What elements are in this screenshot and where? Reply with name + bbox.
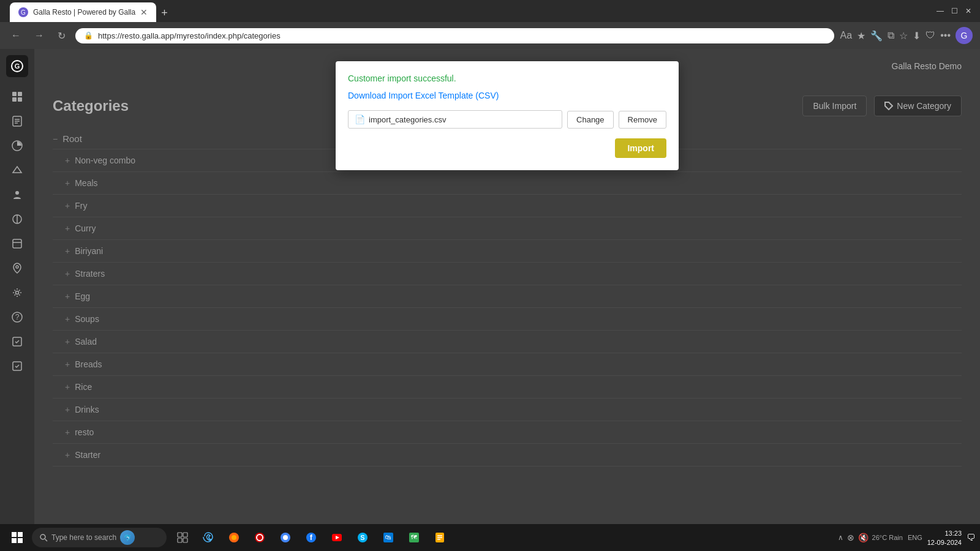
file-icon: 📄 — [355, 114, 365, 124]
svg-rect-2 — [12, 92, 17, 96]
sidebar-item-help[interactable]: ? — [6, 306, 28, 328]
downloads-icon[interactable]: ⬇ — [913, 30, 921, 42]
chrome-icon — [279, 531, 292, 544]
app-logo[interactable]: G — [6, 55, 28, 77]
taskbar-chrome[interactable] — [274, 527, 296, 549]
svg-rect-14 — [13, 239, 21, 248]
taskbar-files[interactable] — [429, 527, 451, 549]
task-view-icon — [177, 532, 188, 543]
taskbar-task-view[interactable] — [172, 527, 194, 549]
window-minimize-button[interactable]: — — [933, 6, 948, 17]
store-icon: 🛍 — [382, 531, 394, 544]
svg-rect-3 — [18, 92, 22, 96]
window-maximize-button[interactable]: ☐ — [948, 6, 962, 17]
svg-rect-5 — [18, 97, 22, 102]
svg-point-37 — [283, 535, 288, 540]
svg-text:🗺: 🗺 — [411, 534, 417, 541]
tray-expand[interactable]: ∧ — [838, 533, 843, 542]
svg-rect-29 — [183, 533, 187, 537]
sidebar-item-tasks[interactable] — [6, 331, 28, 353]
success-message: Customer import successful. — [348, 73, 666, 83]
sidebar-item-analytics[interactable] — [6, 135, 28, 157]
maps-icon: 🗺 — [408, 531, 420, 544]
profile-icon[interactable]: G — [956, 27, 973, 44]
svg-rect-28 — [178, 533, 182, 537]
svg-rect-4 — [12, 97, 17, 102]
import-button[interactable]: Import — [615, 138, 666, 158]
svg-point-26 — [40, 534, 45, 539]
sidebar-item-inventory[interactable] — [6, 233, 28, 255]
taskbar-time: 13:23 — [944, 529, 962, 538]
svg-text:G: G — [15, 62, 20, 70]
sidebar-item-menu[interactable] — [6, 208, 28, 230]
shield-icon[interactable]: 🛡 — [925, 30, 935, 41]
bookmark-icon[interactable]: ☆ — [899, 30, 908, 42]
forward-button[interactable]: → — [31, 29, 48, 42]
sidebar-item-settings[interactable] — [6, 282, 28, 304]
remove-button[interactable]: Remove — [619, 111, 666, 129]
language-indicator[interactable]: ENG — [908, 534, 922, 541]
extensions-icon[interactable]: 🔧 — [870, 30, 883, 42]
sidebar-item-customers[interactable] — [6, 184, 28, 206]
weather-temp[interactable]: 26°C Rain — [872, 534, 903, 541]
edge-icon — [202, 531, 214, 544]
modal-footer: Import — [348, 138, 666, 158]
download-template-link[interactable]: Download Import Excel Template (CSV) — [348, 91, 666, 100]
svg-rect-22 — [12, 532, 17, 537]
tray-mute[interactable]: 🔇 — [858, 533, 869, 542]
taskbar-skype[interactable]: S — [352, 527, 374, 549]
sidebar-item-reports[interactable] — [6, 355, 28, 377]
start-button[interactable] — [5, 527, 29, 549]
file-name: import_categories.csv — [369, 115, 446, 124]
taskbar-opera[interactable] — [249, 527, 271, 549]
svg-text:?: ? — [15, 313, 20, 321]
search-icon — [39, 533, 48, 542]
svg-rect-24 — [12, 538, 17, 543]
taskbar-firefox[interactable] — [223, 527, 245, 549]
svg-line-27 — [45, 539, 48, 542]
svg-text:🛍: 🛍 — [385, 534, 391, 541]
more-icon[interactable]: ••• — [940, 30, 951, 41]
notification-button[interactable]: 🗨 — [967, 533, 975, 542]
taskbar: Type here to search 🐬 f S 🛍 — [0, 524, 980, 551]
sidebar-item-marketing[interactable] — [6, 159, 28, 181]
svg-text:S: S — [360, 534, 364, 541]
sidebar-item-locations[interactable] — [6, 257, 28, 279]
address-bar[interactable]: 🔒 https://resto.galla.app/myresto/index.… — [75, 28, 834, 43]
sidebar-item-dashboard[interactable] — [6, 86, 28, 108]
svg-rect-30 — [178, 538, 182, 542]
tab-label: Galla Resto | Powered by Galla — [33, 8, 135, 17]
tray-network[interactable]: ⊗ — [847, 533, 854, 542]
window-close-button[interactable]: ✕ — [962, 6, 975, 17]
file-row: 📄 import_categories.csv Change Remove — [348, 110, 666, 129]
browser-tab[interactable]: G Galla Resto | Powered by Galla ✕ — [10, 2, 156, 22]
opera-icon — [254, 531, 266, 544]
change-button[interactable]: Change — [567, 111, 614, 129]
files-icon — [434, 531, 446, 544]
refresh-button[interactable]: ↻ — [54, 29, 69, 43]
system-tray: ∧ ⊗ 🔇 26°C Rain — [838, 533, 903, 542]
svg-text:f: f — [310, 533, 313, 542]
taskbar-maps[interactable]: 🗺 — [403, 527, 425, 549]
taskbar-youtube[interactable] — [326, 527, 348, 549]
facebook-icon: f — [305, 531, 317, 544]
taskbar-store[interactable]: 🛍 — [377, 527, 399, 549]
taskbar-search-text: Type here to search — [51, 533, 116, 542]
tab-favicon: G — [18, 7, 28, 17]
main-content: Galla Resto Demo Categories Bulk Import … — [34, 49, 980, 529]
taskbar-edge[interactable] — [197, 527, 219, 549]
tab-close-button[interactable]: ✕ — [140, 7, 148, 17]
reader-icon[interactable]: Aa — [840, 30, 853, 41]
svg-point-11 — [15, 191, 19, 195]
new-tab-button[interactable]: + — [156, 4, 173, 22]
split-view-icon[interactable]: ⧉ — [888, 30, 894, 41]
back-button[interactable]: ← — [7, 29, 24, 42]
favorites-icon[interactable]: ★ — [857, 30, 865, 42]
svg-point-17 — [16, 291, 19, 294]
file-input-display: 📄 import_categories.csv — [348, 110, 562, 129]
taskbar-search[interactable]: Type here to search 🐬 — [32, 528, 167, 547]
sidebar-item-orders[interactable] — [6, 110, 28, 132]
svg-rect-25 — [18, 538, 23, 543]
taskbar-facebook[interactable]: f — [300, 527, 322, 549]
svg-point-16 — [16, 266, 18, 268]
